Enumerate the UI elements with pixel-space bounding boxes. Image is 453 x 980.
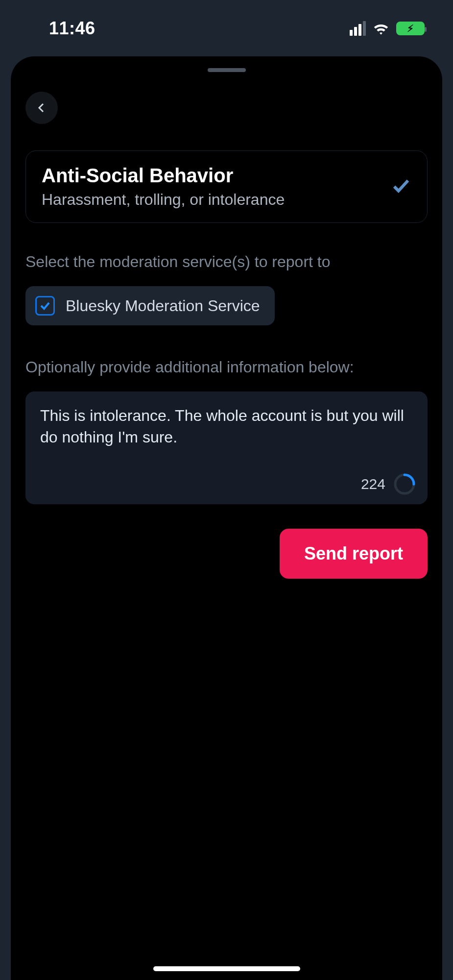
home-indicator[interactable] [153,966,300,971]
send-report-button[interactable]: Send report [280,529,428,579]
wifi-icon [372,21,390,36]
additional-info-textarea[interactable] [40,405,416,469]
additional-info-label: Optionally provide additional informatio… [25,357,428,378]
checkbox-checked-icon [35,296,55,316]
cellular-icon [350,21,366,36]
moderation-service-label: Bluesky Moderation Service [66,297,260,315]
sheet-grabber[interactable] [208,68,246,72]
report-reason-subtitle: Harassment, trolling, or intolerance [42,191,381,209]
char-remaining: 224 [361,476,385,492]
moderation-services-label: Select the moderation service(s) to repo… [25,251,428,272]
status-bar: 11:46 ⚡︎ [0,0,453,56]
back-button[interactable] [25,92,58,124]
additional-info-field[interactable]: 224 [25,392,428,504]
modal-sheet: Anti-Social Behavior Harassment, trollin… [11,56,442,980]
moderation-service-option[interactable]: Bluesky Moderation Service [25,286,275,325]
report-reason-title: Anti-Social Behavior [42,165,381,187]
check-icon [391,175,411,198]
chevron-left-icon [36,102,48,114]
report-reason-card[interactable]: Anti-Social Behavior Harassment, trollin… [25,150,428,223]
battery-charging-icon: ⚡︎ [396,22,425,35]
status-time: 11:46 [49,18,95,39]
char-progress-ring-icon [393,473,416,495]
status-icons: ⚡︎ [350,21,425,36]
